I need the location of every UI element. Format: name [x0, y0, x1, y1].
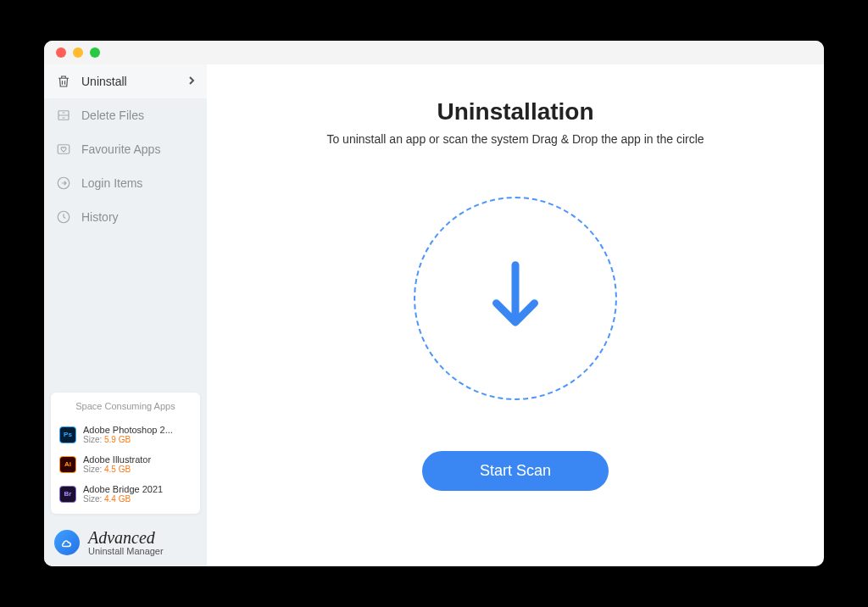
start-scan-button[interactable]: Start Scan	[422, 451, 609, 491]
sidebar-item-label: History	[81, 210, 119, 224]
body: Uninstall Delete Files Favourite Apps	[44, 64, 824, 566]
app-size: Size: 4.4 GB	[83, 494, 192, 504]
space-card-title: Space Consuming Apps	[59, 401, 192, 411]
app-info: Adobe Illustrator Size: 4.5 GB	[83, 454, 192, 474]
sidebar: Uninstall Delete Files Favourite Apps	[44, 64, 207, 566]
app-name: Adobe Illustrator	[83, 454, 192, 465]
brand-line2: Uninstall Manager	[88, 546, 164, 556]
space-app-row[interactable]: Br Adobe Bridge 2021 Size: 4.4 GB	[59, 479, 192, 509]
app-window: Uninstall Delete Files Favourite Apps	[44, 41, 824, 566]
brand-logo-icon	[54, 530, 80, 555]
main-panel: Uninstallation To uninstall an app or sc…	[207, 64, 824, 566]
drop-zone[interactable]	[414, 197, 617, 400]
maximize-icon[interactable]	[90, 47, 100, 58]
app-icon-ai: Ai	[59, 456, 76, 473]
minimize-icon[interactable]	[73, 47, 83, 58]
chevron-right-icon	[188, 75, 195, 88]
sidebar-item-delete-files[interactable]: Delete Files	[44, 98, 207, 132]
sidebar-item-label: Favourite Apps	[81, 142, 160, 156]
brand: Advanced Uninstall Manager	[44, 521, 207, 566]
app-icon-ps: Ps	[59, 426, 76, 443]
clock-icon	[56, 209, 71, 225]
sidebar-item-history[interactable]: History	[44, 200, 207, 234]
app-name: Adobe Bridge 2021	[83, 484, 192, 494]
brand-text: Advanced Uninstall Manager	[88, 529, 164, 556]
sidebar-item-label: Delete Files	[81, 109, 144, 122]
sidebar-item-favourite-apps[interactable]: Favourite Apps	[44, 132, 207, 166]
app-size: Size: 4.5 GB	[83, 465, 192, 474]
close-icon[interactable]	[56, 47, 66, 58]
sidebar-item-label: Login Items	[81, 176, 142, 190]
brand-line1: Advanced	[88, 529, 164, 546]
app-icon-br: Br	[59, 486, 76, 503]
app-info: Adobe Photoshop 2... Size: 5.9 GB	[83, 425, 192, 444]
space-app-row[interactable]: Ps Adobe Photoshop 2... Size: 5.9 GB	[59, 420, 192, 449]
login-icon	[56, 175, 71, 191]
drawer-icon	[56, 108, 71, 123]
space-app-row[interactable]: Ai Adobe Illustrator Size: 4.5 GB	[59, 449, 192, 479]
trash-icon	[56, 74, 71, 89]
sidebar-spacer	[44, 234, 207, 386]
space-consuming-card: Space Consuming Apps Ps Adobe Photoshop …	[51, 393, 200, 514]
arrow-down-icon	[486, 260, 545, 337]
page-subtitle: To uninstall an app or scan the system D…	[326, 132, 704, 146]
sidebar-item-login-items[interactable]: Login Items	[44, 166, 207, 200]
titlebar	[44, 41, 824, 64]
nav: Uninstall Delete Files Favourite Apps	[44, 64, 207, 234]
app-info: Adobe Bridge 2021 Size: 4.4 GB	[83, 484, 192, 504]
app-size: Size: 5.9 GB	[83, 435, 192, 444]
sidebar-item-label: Uninstall	[81, 75, 127, 88]
heart-box-icon	[56, 142, 71, 157]
app-name: Adobe Photoshop 2...	[83, 425, 192, 435]
page-title: Uninstallation	[437, 98, 593, 125]
sidebar-item-uninstall[interactable]: Uninstall	[44, 64, 207, 98]
